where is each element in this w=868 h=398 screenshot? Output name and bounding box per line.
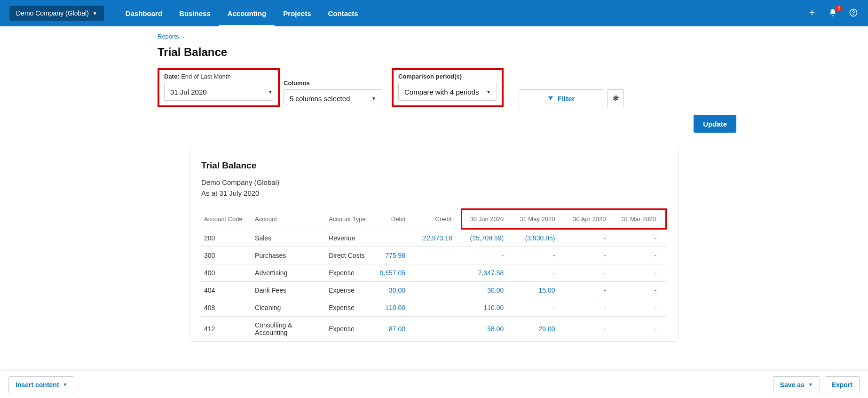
- report-title: Trial Balance: [201, 160, 667, 171]
- top-nav: Demo Company (Global) ▼ Dashboard Busine…: [0, 0, 868, 26]
- cell-credit[interactable]: [415, 282, 462, 299]
- col-debit: Debit: [377, 209, 415, 229]
- date-value: 31 Jul 2020: [170, 88, 207, 96]
- nav-projects[interactable]: Projects: [275, 0, 319, 26]
- chevron-down-icon: ▼: [371, 96, 376, 101]
- help-icon[interactable]: [849, 8, 859, 18]
- cell-code: 400: [201, 264, 252, 282]
- compare-selector[interactable]: Compare with 4 periods ▼: [398, 83, 497, 101]
- cell-credit[interactable]: [415, 299, 462, 317]
- cell-c3[interactable]: -: [564, 282, 615, 299]
- cell-c4[interactable]: -: [615, 247, 666, 264]
- nav-accounting[interactable]: Accounting: [219, 0, 275, 26]
- report-asat: As at 31 July 2020: [201, 189, 667, 197]
- col-compare-4: 31 Mar 2020: [615, 209, 666, 229]
- cell-c1[interactable]: 7,347.58: [462, 264, 513, 282]
- table-row: 404Bank FeesExpense30.0030.0015.00--: [201, 282, 666, 299]
- cell-credit[interactable]: [415, 247, 462, 264]
- cell-code: 300: [201, 247, 252, 264]
- chevron-down-icon: ▼: [268, 89, 273, 95]
- gear-icon: [612, 95, 619, 102]
- col-compare-2: 31 May 2020: [513, 209, 564, 229]
- cell-credit[interactable]: [415, 317, 462, 342]
- cell-c4[interactable]: -: [615, 299, 666, 317]
- cell-c1[interactable]: -: [462, 247, 513, 264]
- cell-debit[interactable]: 30.00: [377, 282, 415, 299]
- cell-debit[interactable]: 775.98: [377, 247, 415, 264]
- cell-c3[interactable]: -: [564, 247, 615, 264]
- table-row: 400AdvertisingExpense9,657.057,347.58---: [201, 264, 666, 282]
- date-label: Date: End of Last Month: [164, 73, 273, 80]
- cell-type: Expense: [326, 299, 377, 317]
- col-compare-1: 30 Jun 2020: [462, 209, 513, 229]
- cell-c4[interactable]: -: [615, 317, 666, 342]
- table-header-row: Account Code Account Account Type Debit …: [201, 209, 666, 229]
- cell-credit[interactable]: 22,973.18: [415, 229, 462, 247]
- nav-right: 2: [808, 8, 859, 18]
- report-card: Trial Balance Demo Company (Global) As a…: [189, 147, 679, 342]
- nav-contacts[interactable]: Contacts: [320, 0, 367, 26]
- nav-business[interactable]: Business: [171, 0, 219, 26]
- cell-c2[interactable]: -: [513, 299, 564, 317]
- cell-debit[interactable]: [377, 229, 415, 247]
- cell-c3[interactable]: -: [564, 264, 615, 282]
- cell-c1[interactable]: 30.00: [462, 282, 513, 299]
- compare-highlight: Comparison period(s) Compare with 4 peri…: [392, 68, 504, 107]
- cell-account: Purchases: [252, 247, 326, 264]
- cell-c1[interactable]: (15,709.59): [462, 229, 513, 247]
- cell-c3[interactable]: -: [564, 229, 615, 247]
- date-dropdown-button[interactable]: ▼: [256, 83, 273, 101]
- columns-label: Columns: [284, 80, 382, 87]
- cell-type: Expense: [326, 317, 377, 342]
- cell-c3[interactable]: -: [564, 317, 615, 342]
- chevron-right-icon: ›: [182, 34, 184, 40]
- cell-account: Bank Fees: [252, 282, 326, 299]
- columns-selector[interactable]: 5 columns selected ▼: [284, 89, 382, 107]
- breadcrumb: Reports ›: [158, 33, 868, 40]
- table-row: 408CleaningExpense110.00110.00---: [201, 299, 666, 317]
- cell-type: Expense: [326, 264, 377, 282]
- cell-c4[interactable]: -: [615, 229, 666, 247]
- date-input[interactable]: 31 Jul 2020: [164, 83, 256, 101]
- svg-point-3: [853, 14, 853, 15]
- cell-c2[interactable]: (3,930.95): [513, 229, 564, 247]
- cell-debit[interactable]: 110.00: [377, 299, 415, 317]
- col-account: Account: [252, 209, 326, 229]
- content: Reports › Trial Balance Date: End of Las…: [0, 26, 868, 342]
- cell-type: Expense: [326, 282, 377, 299]
- cell-code: 404: [201, 282, 252, 299]
- trial-balance-table: Account Code Account Account Type Debit …: [201, 208, 667, 341]
- cell-account: Consulting & Accounting: [252, 317, 326, 342]
- cell-c3[interactable]: -: [564, 299, 615, 317]
- breadcrumb-root[interactable]: Reports: [158, 33, 179, 40]
- cell-credit[interactable]: [415, 264, 462, 282]
- cell-c2[interactable]: -: [513, 247, 564, 264]
- cell-c4[interactable]: -: [615, 282, 666, 299]
- cell-c4[interactable]: -: [615, 264, 666, 282]
- company-selector[interactable]: Demo Company (Global) ▼: [9, 6, 104, 21]
- cell-debit[interactable]: 87.00: [377, 317, 415, 342]
- plus-icon[interactable]: [808, 8, 817, 18]
- table-row: 200SalesRevenue22,973.18(15,709.59)(3,93…: [201, 229, 666, 247]
- cell-c2[interactable]: 29.00: [513, 317, 564, 342]
- filter-label: Filter: [558, 95, 575, 103]
- cell-debit[interactable]: 9,657.05: [377, 264, 415, 282]
- chevron-down-icon: ▼: [93, 11, 97, 16]
- cell-c1[interactable]: 58.00: [462, 317, 513, 342]
- settings-button[interactable]: [607, 89, 624, 107]
- cell-c2[interactable]: -: [513, 264, 564, 282]
- cell-code: 408: [201, 299, 252, 317]
- cell-c2[interactable]: 15.00: [513, 282, 564, 299]
- update-button[interactable]: Update: [694, 115, 736, 133]
- nav-items: Dashboard Business Accounting Projects C…: [117, 0, 367, 26]
- col-compare-3: 30 Apr 2020: [564, 209, 615, 229]
- filter-button[interactable]: Filter: [519, 89, 603, 107]
- chevron-down-icon: ▼: [486, 89, 491, 95]
- bell-icon[interactable]: 2: [829, 8, 838, 18]
- nav-dashboard[interactable]: Dashboard: [117, 0, 171, 26]
- compare-value: Compare with 4 periods: [404, 88, 479, 96]
- cell-code: 200: [201, 229, 252, 247]
- cell-c1[interactable]: 110.00: [462, 299, 513, 317]
- notif-badge: 2: [835, 5, 843, 12]
- cell-account: Advertising: [252, 264, 326, 282]
